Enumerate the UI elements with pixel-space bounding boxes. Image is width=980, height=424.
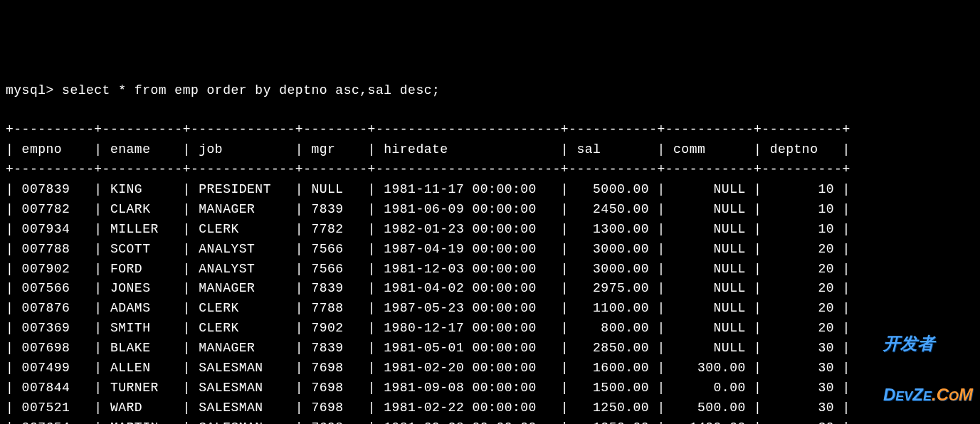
watermark-line1: 开发者 bbox=[883, 335, 973, 352]
table-row: | 007839 | KING | PRESIDENT | NULL | 198… bbox=[6, 180, 974, 200]
table-row: | 007876 | ADAMS | CLERK | 7788 | 1987-0… bbox=[6, 299, 974, 319]
table-row: | 007788 | SCOTT | ANALYST | 7566 | 1987… bbox=[6, 240, 974, 260]
table-row: | 007369 | SMITH | CLERK | 7902 | 1980-1… bbox=[6, 319, 974, 339]
table-row: | 007654 | MARTIN | SALESMAN | 7698 | 19… bbox=[6, 418, 974, 424]
table-row: | 007902 | FORD | ANALYST | 7566 | 1981-… bbox=[6, 260, 974, 280]
table-row: | 007698 | BLAKE | MANAGER | 7839 | 1981… bbox=[6, 339, 974, 359]
table-header-row: | empno | ename | job | mgr | hiredate |… bbox=[6, 140, 974, 160]
watermark-line2: DEVZE.COM bbox=[883, 386, 973, 403]
table-row: | 007844 | TURNER | SALESMAN | 7698 | 19… bbox=[6, 378, 974, 398]
result-table: +----------+----------+-------------+---… bbox=[6, 120, 974, 424]
table-row: | 007521 | WARD | SALESMAN | 7698 | 1981… bbox=[6, 398, 974, 418]
table-row: | 007566 | JONES | MANAGER | 7839 | 1981… bbox=[6, 279, 974, 299]
sql-prompt: mysql> select * from emp order by deptno… bbox=[6, 81, 974, 101]
table-row: | 007499 | ALLEN | SALESMAN | 7698 | 198… bbox=[6, 359, 974, 378]
table-row: | 007782 | CLARK | MANAGER | 7839 | 1981… bbox=[6, 200, 974, 220]
table-row: | 007934 | MILLER | CLERK | 7782 | 1982-… bbox=[6, 220, 974, 240]
table-separator: +----------+----------+-------------+---… bbox=[6, 120, 974, 140]
table-separator: +----------+----------+-------------+---… bbox=[6, 160, 974, 180]
watermark-logo: 开发者 DEVZE.COM bbox=[883, 301, 973, 420]
